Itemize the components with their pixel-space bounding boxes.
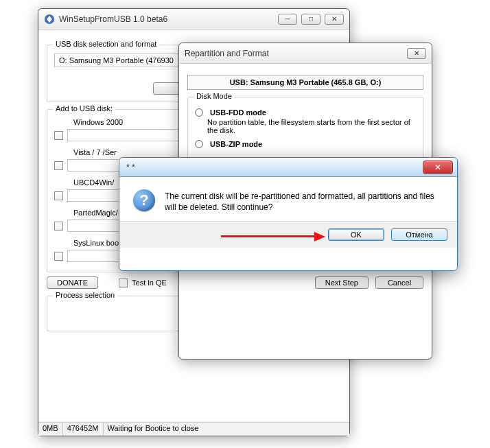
item-checkbox[interactable] (54, 191, 63, 200)
usb-zip-radio[interactable] (195, 140, 203, 148)
question-icon: ? (133, 189, 155, 211)
confirm-dialog: * * ✕ ? The current disk will be re-part… (119, 157, 458, 271)
dialog-footer: OK Отмена (119, 221, 457, 248)
rep-cancel-button[interactable]: Cancel (375, 276, 423, 289)
test-qemu-label: Test in QE (132, 279, 167, 287)
dialog-body: ? The current disk will be re-partitione… (119, 177, 457, 221)
minimize-button[interactable]: ─ (278, 14, 297, 25)
close-button[interactable]: ✕ (325, 14, 344, 25)
item-checkbox[interactable] (54, 131, 63, 140)
item-checkbox[interactable] (54, 222, 63, 231)
next-step-button[interactable]: Next Step (315, 276, 369, 289)
dialog-message: The current disk will be re-partitioned … (165, 189, 443, 213)
repartition-titlebar[interactable]: Repartition and Format ✕ (179, 43, 432, 64)
maximize-button[interactable]: □ (301, 14, 320, 25)
usb-group-legend: USB disk selection and format (53, 40, 159, 48)
item-checkbox[interactable] (54, 252, 63, 261)
status-bar: 0MB 476452M Waiting for Bootice to close (38, 422, 349, 436)
app-icon (44, 14, 55, 25)
item-label: Windows 2000 (73, 118, 123, 126)
add-group-legend: Add to USB disk: (53, 104, 115, 113)
repartition-title: Repartition and Format (185, 49, 407, 58)
status-cell-total: 476452M (63, 423, 104, 436)
process-legend: Process selection (53, 291, 117, 299)
usb-zip-label: USB-ZIP mode (210, 140, 262, 148)
status-cell-size: 0MB (38, 423, 63, 436)
donate-button[interactable]: DONATE (47, 276, 98, 289)
main-title: WinSetupFromUSB 1.0 beta6 (59, 14, 278, 24)
usb-info-box: USB: Samsung M3 Portable (465.8 GB, O:) (187, 75, 423, 90)
rep-close-button[interactable]: ✕ (407, 48, 426, 59)
dialog-ok-button[interactable]: OK (328, 228, 384, 241)
usb-drive-select[interactable]: O: Samsung M3 Portable (476930 (54, 54, 185, 67)
test-qemu-checkbox[interactable] (119, 279, 128, 287)
usb-fdd-label: USB-FDD mode (210, 108, 266, 117)
disk-mode-legend: Disk Mode (194, 92, 235, 100)
usb-fdd-radio[interactable] (195, 108, 203, 117)
arrow-annotation (221, 231, 331, 242)
item-checkbox[interactable] (54, 161, 63, 170)
status-cell-msg: Waiting for Bootice to close (104, 423, 350, 436)
item-label: Vista / 7 /Ser (73, 148, 117, 156)
item-label: PartedMagic/ (73, 209, 118, 217)
main-titlebar[interactable]: WinSetupFromUSB 1.0 beta6 ─ □ ✕ (38, 9, 349, 30)
dialog-close-button[interactable]: ✕ (423, 161, 453, 174)
dialog-titlebar[interactable]: * * ✕ (119, 158, 457, 177)
dialog-title: * * (126, 163, 423, 172)
dialog-cancel-button[interactable]: Отмена (391, 228, 447, 241)
item-label: UBCD4Win/ (73, 178, 114, 187)
usb-fdd-desc: No partition table, the filesystem start… (207, 118, 416, 134)
